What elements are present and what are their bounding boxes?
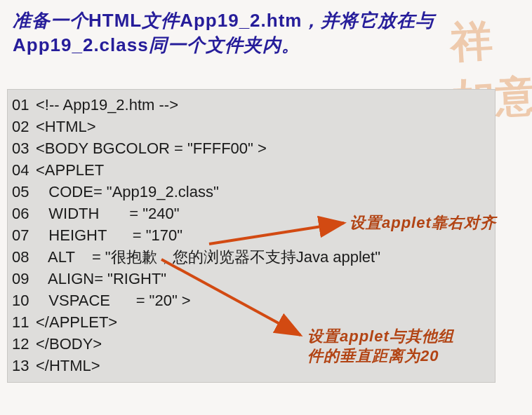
title-line2-suffix: 同一个文件夹内。 xyxy=(149,34,300,55)
code-line: 08 ALT = "很抱歉，您的浏览器不支持Java applet" xyxy=(12,246,492,268)
title-line1-suffix: ，并将它放在与 xyxy=(302,10,434,31)
annotation-vspace: 设置applet与其他组件的垂直距离为20 xyxy=(307,327,469,365)
code-line: 09 ALIGN= "RIGHT" xyxy=(12,268,492,290)
code-line: 02<HTML> xyxy=(12,116,492,137)
title-line1-file: App19_2.htm xyxy=(180,10,302,31)
code-line: 04<APPLET xyxy=(12,159,492,181)
slide-title: 准备一个HTML文件App19_2.htm，并将它放在与 App19_2.cla… xyxy=(13,8,525,57)
code-line: 01<!-- App19_2.htm --> xyxy=(12,94,492,116)
title-line2-file: App19_2.class xyxy=(13,34,149,55)
code-line: 03<BODY BGCOLOR = "FFFF00" > xyxy=(12,137,492,159)
title-line1-prefix: 准备一个 xyxy=(13,10,88,31)
annotation-align-right: 设置applet靠右对齐 xyxy=(350,213,525,233)
code-line: 10 VSPACE = "20" > xyxy=(12,290,492,311)
title-line1-mid: 文件 xyxy=(142,10,180,31)
code-line: 05 CODE= "App19_2.class" xyxy=(12,181,492,203)
title-line1-bold: HTML xyxy=(88,10,142,31)
